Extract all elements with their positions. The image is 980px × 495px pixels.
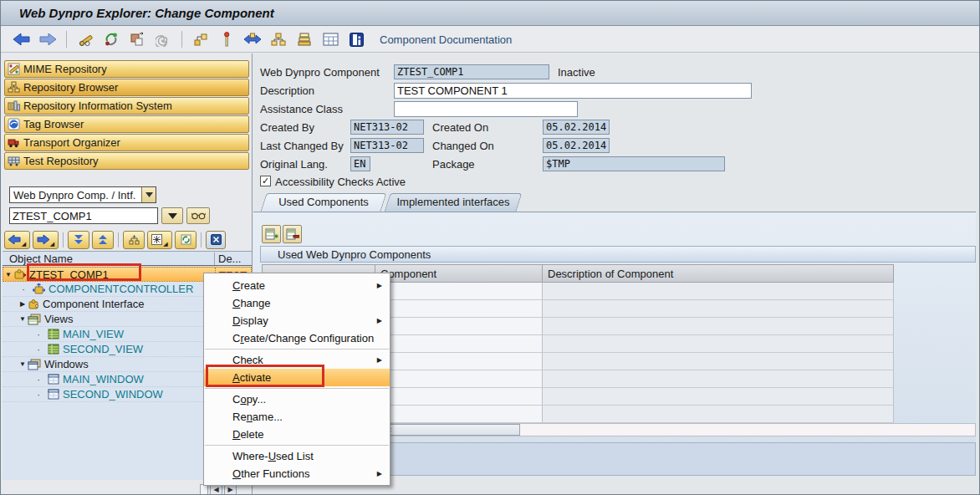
expander-open-icon[interactable]: ▼ [18, 315, 28, 323]
display-change-icon[interactable] [76, 30, 94, 48]
component-label: Web Dynpro Component [260, 66, 380, 79]
column-header-component[interactable]: Component [375, 264, 543, 283]
info-icon[interactable] [347, 30, 365, 48]
title-bar: Web Dynpro Explorer: Change Component [1, 1, 980, 26]
changed-on-label: Changed On [432, 140, 494, 152]
menu-item-create[interactable]: Create ▶ [204, 277, 390, 294]
back-icon[interactable] [13, 30, 31, 48]
navigation-icon[interactable] [243, 30, 262, 48]
stack-icon[interactable] [295, 30, 314, 48]
tag-browser-icon [8, 118, 20, 130]
repository-browser-icon [8, 81, 20, 94]
menu-item-where-used-list[interactable]: Where-Used List [204, 447, 390, 465]
insert-row-icon [265, 228, 278, 241]
status-badge: Inactive [558, 66, 595, 79]
sidebar-item-test-repository[interactable]: Test Repository [4, 152, 249, 170]
component-documentation-link[interactable]: Component Documentation [380, 33, 512, 46]
menu-item-delete[interactable]: Delete [204, 426, 390, 443]
sidebar-item-label: Transport Organizer [23, 136, 120, 149]
tree-item-label: SECOND_WINDOW [63, 388, 163, 401]
close-tree-button[interactable] [206, 231, 226, 249]
views-folder-icon [28, 314, 41, 325]
tree-toolbar: ◢ ◢ ◢ [3, 229, 252, 250]
menu-item-other-functions[interactable]: Other Functions ▶ [204, 465, 390, 482]
forward-icon[interactable] [38, 30, 57, 48]
sidebar-item-repository-browser[interactable]: Repository Browser [4, 79, 249, 96]
expander-open-icon[interactable]: ▼ [18, 360, 28, 368]
menu-item-change[interactable]: Change [204, 294, 390, 312]
tree-col-description: De... [214, 253, 252, 265]
sidebar-item-tag-browser[interactable]: Tag Browser [4, 115, 249, 133]
insert-row-button[interactable] [262, 225, 281, 243]
sidebar-item-label: MIME Repository [23, 63, 107, 75]
focus-node-button[interactable] [123, 231, 145, 249]
history-back-button[interactable]: ◢ [4, 231, 30, 249]
changed-on-field: 05.02.2014 [543, 138, 610, 153]
tab-used-components[interactable]: Used Components [263, 193, 384, 212]
assistance-class-field[interactable] [394, 101, 578, 117]
created-on-field: 05.02.2014 [543, 120, 610, 135]
sidebar-item-transport-organizer[interactable]: Transport Organizer [4, 134, 249, 151]
description-label: Description [260, 84, 314, 97]
refresh-icon[interactable] [102, 30, 120, 48]
expander-open-icon[interactable]: ▼ [3, 271, 13, 278]
menu-item-check[interactable]: Check ▶ [204, 351, 390, 369]
display-object-button[interactable] [186, 207, 210, 224]
window-icon [48, 389, 59, 400]
value-help-dropdown-button[interactable] [161, 207, 183, 224]
menu-item-activate[interactable]: Activate [204, 369, 390, 386]
accessibility-checkbox[interactable]: ✓ [260, 176, 271, 186]
last-changed-by-label: Last Changed By [260, 140, 344, 152]
tree-item-label: MAIN_WINDOW [63, 373, 144, 385]
chevron-down-icon [141, 187, 156, 202]
busy-spiral-icon[interactable] [154, 30, 172, 48]
tab-implemented-interfaces[interactable]: Implemented interfaces [387, 193, 519, 212]
submenu-arrow-icon: ▶ [377, 351, 382, 369]
copy-icon[interactable] [128, 30, 146, 48]
collapse-all-button[interactable] [92, 231, 114, 249]
view-icon [48, 329, 59, 339]
test-repository-icon [8, 155, 20, 167]
object-name-input[interactable] [9, 207, 158, 224]
chevron-down-icon [168, 213, 177, 219]
repository-info-icon [8, 100, 20, 112]
menu-item-create-change-configuration[interactable]: Create/Change Configuration [204, 329, 390, 347]
history-forward-button[interactable]: ◢ [33, 231, 59, 249]
menu-item-copy[interactable]: Copy... [204, 390, 390, 408]
created-by-field: NET313-02 [350, 120, 424, 135]
tree-item-label: MAIN_VIEW [63, 328, 124, 340]
context-menu: Create ▶ Change Display ▶ Create/Change … [203, 273, 390, 486]
view-icon [48, 344, 59, 355]
used-components-title-bar: Used Web Dynpro Components [260, 246, 976, 263]
object-type-value: Web Dynpro Comp. / Intf. [10, 189, 141, 202]
menu-separator [205, 349, 389, 350]
tree-item-label: Component Interface [43, 298, 144, 310]
delete-row-button[interactable] [283, 225, 302, 243]
expand-all-button[interactable] [68, 231, 89, 249]
sidebar-item-mime-repository[interactable]: MIME Repository [4, 60, 249, 78]
submenu-arrow-icon: ▶ [377, 277, 382, 294]
structure-icon[interactable] [269, 30, 288, 48]
refresh-tree-button[interactable] [175, 231, 197, 249]
full-view-button[interactable]: ◢ [147, 231, 172, 249]
object-type-select[interactable]: Web Dynpro Comp. / Intf. [9, 186, 156, 203]
main-toolbar: Component Documentation [1, 27, 980, 53]
submenu-arrow-icon: ▶ [377, 312, 382, 329]
transport-icon [8, 136, 20, 149]
last-changed-by-field: NET313-02 [350, 138, 424, 153]
tree-item-label: COMPONENTCONTROLLER [48, 283, 193, 295]
hierarchy-up-icon[interactable] [191, 30, 210, 48]
interface-icon [28, 299, 39, 310]
description-field[interactable] [394, 83, 752, 99]
column-header-description[interactable]: Description of Component [543, 264, 894, 283]
menu-item-display[interactable]: Display ▶ [204, 312, 390, 329]
test-icon[interactable] [217, 30, 236, 48]
tree-item-label: Views [44, 313, 73, 325]
sidebar-item-repository-information-system[interactable]: Repository Information System [4, 97, 249, 115]
expander-closed-icon[interactable]: ▶ [18, 300, 28, 308]
menu-item-rename[interactable]: Rename... [204, 408, 390, 426]
created-on-label: Created On [432, 121, 488, 134]
sap-window: Web Dynpro Explorer: Change Component Co… [0, 0, 980, 495]
tree-item-label: ZTEST_COMP1 [29, 268, 109, 281]
table-view-icon[interactable] [321, 30, 339, 48]
